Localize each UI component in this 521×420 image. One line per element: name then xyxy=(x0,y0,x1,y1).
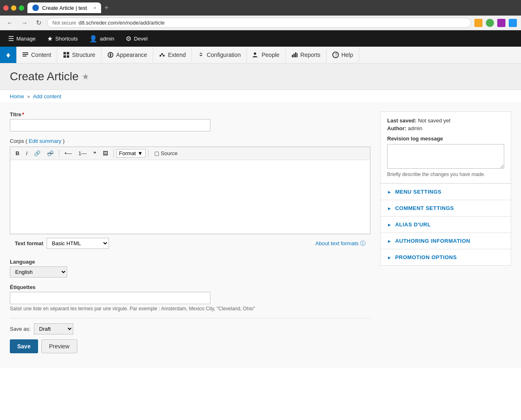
link-icon: 🔗 xyxy=(34,150,41,156)
ol-icon: 1— xyxy=(79,150,87,156)
svg-rect-11 xyxy=(295,52,296,57)
breadcrumb-separator: » xyxy=(27,93,30,99)
appearance-nav-icon xyxy=(107,52,114,58)
admin-label: admin xyxy=(100,36,114,42)
breadcrumb-add-content-link[interactable]: Add content xyxy=(33,93,61,99)
browser-minimize-btn[interactable] xyxy=(11,5,16,11)
nav-configuration[interactable]: Configuration xyxy=(192,47,247,62)
browser-tab[interactable]: Create Article | test × xyxy=(27,2,101,13)
alias-url-arrow: ► xyxy=(387,222,392,227)
address-input[interactable]: Not secure d8.schreder.com/en/node/add/a… xyxy=(47,18,471,28)
manage-label: Manage xyxy=(16,36,36,42)
save-as-select[interactable]: Draft Published xyxy=(34,323,73,334)
author-value: admin xyxy=(408,125,422,131)
shortcuts-label: Shortcuts xyxy=(55,36,78,42)
alias-url-label: ALIAS D'URL xyxy=(395,221,431,228)
promotion-section: ► PROMOTION OPTIONS xyxy=(381,249,511,265)
help-nav-label: Help xyxy=(341,52,353,58)
authoring-section: ► AUTHORING INFORMATION xyxy=(381,233,511,249)
etiquettes-input[interactable] xyxy=(10,292,210,304)
drupal-logo[interactable]: ♦ xyxy=(0,47,16,63)
not-secure-label: Not secure xyxy=(52,20,76,26)
admin-toolbar: ☰ Manage ★ Shortcuts 👤 admin ⚙ Devel xyxy=(0,30,521,47)
unlink-button[interactable]: 🔗 xyxy=(44,149,56,158)
about-text-formats-link[interactable]: About text formats ⓘ xyxy=(316,240,366,247)
nav-structure[interactable]: Structure xyxy=(57,47,101,62)
unordered-list-button[interactable]: •— xyxy=(62,149,75,158)
menu-settings-header[interactable]: ► MENU SETTINGS xyxy=(381,184,511,200)
nav-people[interactable]: People xyxy=(247,47,286,62)
manage-menu-item[interactable]: ☰ Manage xyxy=(3,32,41,46)
svg-rect-3 xyxy=(63,52,66,54)
browser-action-icons xyxy=(474,19,517,27)
preview-button[interactable]: Preview xyxy=(41,339,77,353)
star-toolbar-icon: ★ xyxy=(47,35,53,43)
italic-button[interactable]: I xyxy=(23,149,30,158)
authoring-header[interactable]: ► AUTHORING INFORMATION xyxy=(381,233,511,249)
shortcuts-menu-item[interactable]: ★ Shortcuts xyxy=(42,32,83,46)
text-format-row: Text format Basic HTML Restricted HTML F… xyxy=(10,234,370,252)
last-saved-value: Not saved yet xyxy=(418,117,451,124)
language-select[interactable]: English French German xyxy=(10,266,67,278)
promotion-arrow: ► xyxy=(387,255,392,260)
devel-menu-item[interactable]: ⚙ Devel xyxy=(121,32,152,46)
user-icon: 👤 xyxy=(89,35,97,43)
svg-rect-4 xyxy=(67,52,69,54)
toolbar-separator-2 xyxy=(113,149,114,158)
forward-button[interactable]: → xyxy=(19,18,30,27)
tab-close-icon[interactable]: × xyxy=(94,5,96,10)
page-title: Create Article ★ xyxy=(10,70,511,83)
format-dropdown[interactable]: Format ▼ xyxy=(116,149,146,158)
titre-group: Titre* xyxy=(10,111,370,131)
people-nav-icon xyxy=(253,52,259,58)
comment-settings-header[interactable]: ► COMMENT SETTINGS xyxy=(381,200,511,216)
ul-icon: •— xyxy=(65,150,72,156)
language-label: Language xyxy=(10,259,370,265)
source-button[interactable]: ▢ Source xyxy=(151,149,181,158)
menu-settings-label: MENU SETTINGS xyxy=(395,189,441,195)
page-header: Create Article ★ xyxy=(0,63,521,90)
nav-content[interactable]: Content xyxy=(16,47,57,62)
hamburger-icon: ☰ xyxy=(8,35,14,43)
browser-maximize-btn[interactable] xyxy=(19,5,24,11)
content-nav-label: Content xyxy=(31,52,51,58)
breadcrumb: Home » Add content xyxy=(0,90,521,103)
save-as-row: Save as: Draft Published xyxy=(10,318,370,339)
nav-help[interactable]: ? Help xyxy=(327,47,359,62)
people-nav-label: People xyxy=(262,52,280,58)
nav-reports[interactable]: Reports xyxy=(286,47,327,62)
last-saved-row: Last saved: Not saved yet xyxy=(387,117,504,124)
blockquote-button[interactable]: ❝ xyxy=(90,149,99,158)
titre-input[interactable] xyxy=(10,119,210,131)
text-format-select[interactable]: Basic HTML Restricted HTML Full HTML xyxy=(47,238,109,249)
breadcrumb-home-link[interactable]: Home xyxy=(10,93,24,99)
nav-extend[interactable]: Extend xyxy=(153,47,192,62)
address-bar: ← → ↻ Not secure d8.schreder.com/en/node… xyxy=(0,16,521,30)
wysiwyg-editor-body[interactable] xyxy=(10,160,370,234)
reload-button[interactable]: ↻ xyxy=(34,18,44,27)
alias-url-header[interactable]: ► ALIAS D'URL xyxy=(381,217,511,233)
extensions2-icon xyxy=(509,19,517,27)
browser-buttons xyxy=(3,5,24,11)
new-tab-button[interactable]: + xyxy=(104,4,109,12)
revision-log-textarea[interactable] xyxy=(387,144,504,169)
edit-summary-link[interactable]: Edit summary xyxy=(29,138,61,144)
nav-appearance[interactable]: Appearance xyxy=(101,47,153,62)
link-button[interactable]: 🔗 xyxy=(31,149,43,158)
svg-rect-12 xyxy=(297,53,298,57)
wysiwyg-toolbar: B I 🔗 🔗 •— 1— ❝ xyxy=(10,147,370,160)
favorite-star-icon[interactable]: ★ xyxy=(82,72,89,81)
promotion-header[interactable]: ► PROMOTION OPTIONS xyxy=(381,249,511,265)
svg-rect-2 xyxy=(23,56,27,56)
browser-chrome: Create Article | test × + xyxy=(0,0,521,16)
browser-close-btn[interactable] xyxy=(3,5,9,11)
toolbar-separator-1 xyxy=(59,149,59,158)
bold-button[interactable]: B xyxy=(13,149,22,158)
main-layout: Titre* Corps ( Edit summary ) B I 🔗 xyxy=(0,103,521,368)
admin-user-menu-item[interactable]: 👤 admin xyxy=(84,32,119,46)
save-button[interactable]: Save xyxy=(10,339,38,353)
ordered-list-button[interactable]: 1— xyxy=(76,149,90,158)
settings-icon xyxy=(497,19,505,27)
back-button[interactable]: ← xyxy=(4,18,16,27)
image-button[interactable]: 🖼 xyxy=(100,149,111,158)
